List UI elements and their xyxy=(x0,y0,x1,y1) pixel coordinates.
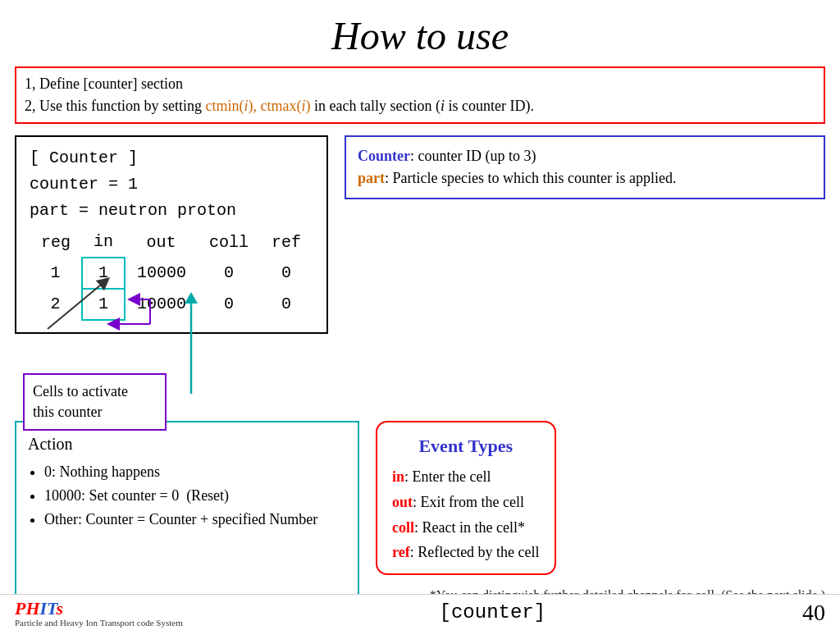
row1-ref: 0 xyxy=(260,258,313,289)
row2-out: 10000 xyxy=(125,289,198,320)
row2-coll: 0 xyxy=(198,289,260,320)
row2-reg: 2 xyxy=(30,289,82,320)
event-coll: coll: React in the cell* xyxy=(392,515,540,541)
info-counter: Counter: counter ID (up to 3) xyxy=(358,145,812,167)
event-out: out: Exit from the cell xyxy=(392,490,540,515)
event-in: in: Enter the cell xyxy=(392,464,540,490)
event-title: Event Types xyxy=(392,431,540,461)
action-item-1: 0: Nothing happens xyxy=(44,460,346,484)
footer-subtitle: Particle and Heavy Ion Transport code Sy… xyxy=(15,618,183,628)
counter-block-wrapper: [ Counter ] counter = 1 part = neutron p… xyxy=(15,135,328,334)
col-coll: coll xyxy=(198,227,260,258)
action-item-3: Other: Counter = Counter + specified Num… xyxy=(44,508,346,532)
col-in: in xyxy=(82,227,125,258)
right-column: Event Types in: Enter the cell out: Exit… xyxy=(376,421,825,608)
info-part: part: Particle species to which this cou… xyxy=(358,167,812,189)
row2-ref: 0 xyxy=(260,289,313,320)
footer: PHITs Particle and Heavy Ion Transport c… xyxy=(0,594,840,630)
event-box: Event Types in: Enter the cell out: Exit… xyxy=(376,421,556,575)
col-ref: ref xyxy=(260,227,313,258)
footer-page: 40 xyxy=(802,600,825,626)
part-line: part = neutron proton xyxy=(30,198,313,224)
counter-table: reg in out coll ref 1 1 10000 0 0 xyxy=(30,227,313,321)
col-out: out xyxy=(125,227,198,258)
row1-reg: 1 xyxy=(30,258,82,289)
cells-label: Cells to activatethis counter xyxy=(33,383,128,420)
counter-code-box: [ Counter ] counter = 1 part = neutron p… xyxy=(15,135,328,334)
footer-logo: PHITs xyxy=(15,598,183,619)
counter-header: [ Counter ] xyxy=(30,145,313,171)
info-box-blue: Counter: counter ID (up to 3) part: Part… xyxy=(345,135,825,199)
col-reg: reg xyxy=(30,227,82,258)
row1-in: 1 xyxy=(82,258,125,289)
row1-coll: 0 xyxy=(198,258,260,289)
instruction-line1: 1, Define [counter] section xyxy=(25,73,815,95)
action-item-2: 10000: Set counter = 0 (Reset) xyxy=(44,484,346,508)
action-box: Action 0: Nothing happens 10000: Set cou… xyxy=(15,421,359,608)
instruction-line2: 2, Use this function by setting ctmin(i)… xyxy=(25,95,815,117)
action-list: 0: Nothing happens 10000: Set counter = … xyxy=(44,460,346,531)
event-ref: ref: Reflected by the cell xyxy=(392,540,540,565)
row1-out: 10000 xyxy=(125,258,198,289)
bottom-section: Action 0: Nothing happens 10000: Set cou… xyxy=(15,421,825,608)
action-title: Action xyxy=(28,431,346,457)
page-title: How to use xyxy=(0,0,840,66)
cells-label-box: Cells to activatethis counter xyxy=(23,373,167,431)
middle-section: [ Counter ] counter = 1 part = neutron p… xyxy=(15,135,825,608)
footer-logo-wrap: PHITs Particle and Heavy Ion Transport c… xyxy=(15,598,183,628)
top-instruction-box: 1, Define [counter] section 2, Use this … xyxy=(15,66,825,124)
row2-in: 1 xyxy=(82,289,125,320)
footer-center: [counter] xyxy=(183,601,802,623)
counter-line: counter = 1 xyxy=(30,171,313,198)
